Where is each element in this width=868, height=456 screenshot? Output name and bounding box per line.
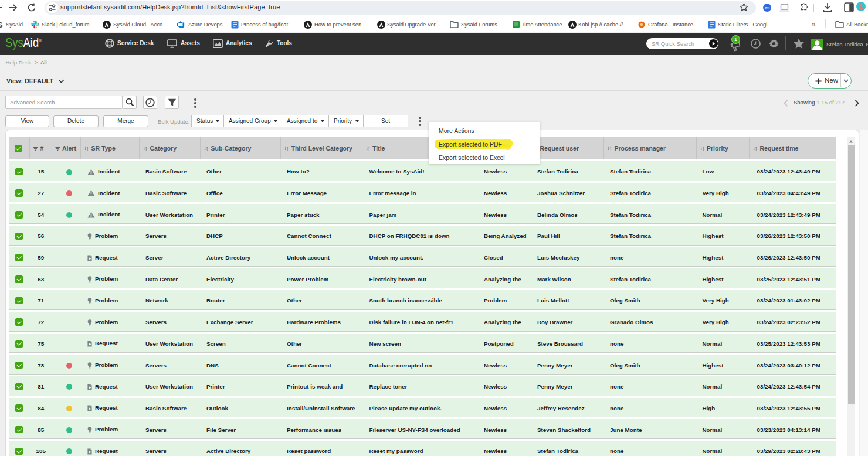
svg-text:S: S — [0, 21, 3, 29]
svg-text:zm: zm — [765, 5, 769, 9]
